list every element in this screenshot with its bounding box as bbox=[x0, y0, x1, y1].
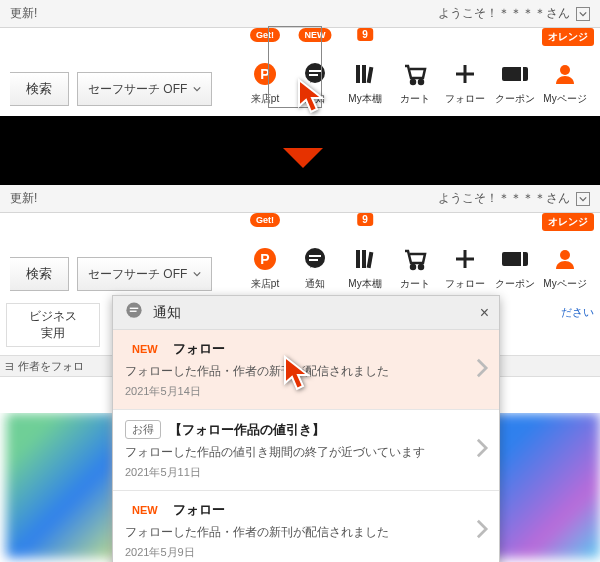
notif-body: フォローした作品・作者の新刊が配信されました bbox=[125, 523, 487, 541]
speech-icon bbox=[300, 245, 330, 273]
svg-text:P: P bbox=[260, 66, 269, 82]
nav-label: カート bbox=[400, 277, 430, 291]
svg-rect-3 bbox=[309, 70, 321, 72]
svg-point-15 bbox=[305, 248, 325, 268]
notification-item[interactable]: お得 【フォロー作品の値引き】 フォローした作品の値引き期間の終了が近づいていま… bbox=[113, 410, 499, 491]
book-thumb[interactable] bbox=[491, 413, 600, 558]
point-icon: P bbox=[250, 245, 280, 273]
nav-coupon[interactable]: クーポン bbox=[490, 219, 540, 291]
link-fragment[interactable]: ださい bbox=[561, 305, 594, 320]
new-tag: NEW bbox=[125, 341, 165, 357]
nav-label: フォロー bbox=[445, 277, 485, 291]
welcome-bar: 更新! ようこそ！＊＊＊＊さん bbox=[0, 185, 600, 213]
bookshelf-icon bbox=[350, 60, 380, 88]
chevron-right-icon bbox=[475, 437, 489, 463]
category-line2: 実用 bbox=[41, 325, 65, 342]
svg-rect-19 bbox=[362, 250, 366, 268]
nav: Get! P 来店pt 通知 9 My本棚 カート フォロー bbox=[240, 219, 590, 291]
nav-shelf[interactable]: 9 My本棚 bbox=[340, 219, 390, 291]
svg-point-22 bbox=[419, 265, 423, 269]
nav-coupon[interactable]: クーポン bbox=[490, 34, 540, 106]
nav-cart[interactable]: カート bbox=[390, 34, 440, 106]
nav-mypage[interactable]: オレンジ Myページ bbox=[540, 219, 590, 291]
notification-popover: 通知 × NEW フォロー フォローした作品・作者の新刊が配信されました 202… bbox=[112, 295, 500, 562]
person-icon bbox=[550, 245, 580, 273]
get-pill: Get! bbox=[250, 213, 280, 227]
nav-label: My本棚 bbox=[348, 277, 381, 291]
nav-visit[interactable]: Get! P 来店pt bbox=[240, 219, 290, 291]
arrow-down-icon bbox=[283, 148, 323, 168]
svg-rect-28 bbox=[130, 310, 137, 311]
popover-title: 通知 bbox=[153, 304, 181, 322]
nav-label: フォロー bbox=[445, 92, 485, 106]
svg-point-12 bbox=[560, 65, 570, 75]
nav-follow[interactable]: フォロー bbox=[440, 34, 490, 106]
new-pill: NEW bbox=[299, 28, 332, 42]
chevron-right-icon bbox=[475, 357, 489, 383]
notif-date: 2021年5月9日 bbox=[125, 545, 487, 560]
speech-icon bbox=[123, 300, 145, 326]
nav-follow[interactable]: フォロー bbox=[440, 219, 490, 291]
svg-rect-23 bbox=[502, 252, 528, 266]
person-icon bbox=[550, 60, 580, 88]
stripe-text: ヨ 作者をフォロ bbox=[4, 359, 84, 374]
notif-title: 【フォロー作品の値引き】 bbox=[169, 421, 325, 439]
chevron-down-icon[interactable] bbox=[576, 192, 590, 206]
badge-count: 9 bbox=[357, 213, 373, 226]
book-thumb[interactable] bbox=[6, 413, 115, 558]
sidebar-category[interactable]: ビジネス 実用 bbox=[6, 303, 100, 347]
nav-label: Myページ bbox=[543, 277, 586, 291]
nav-mypage[interactable]: オレンジ Myページ bbox=[540, 34, 590, 106]
notification-item[interactable]: NEW フォロー フォローした作品・作者の新刊が配信されました 2021年5月9… bbox=[113, 491, 499, 562]
search-button[interactable]: 検索 bbox=[10, 72, 69, 106]
safe-search-select[interactable]: セーフサーチ OFF bbox=[77, 257, 212, 291]
chevron-down-icon bbox=[193, 270, 201, 278]
badge-count: 9 bbox=[357, 28, 373, 41]
category-line1: ビジネス bbox=[29, 308, 77, 325]
nav-visit[interactable]: Get! P 来店pt bbox=[240, 34, 290, 106]
orange-tag: オレンジ bbox=[542, 213, 594, 231]
nav-label: 来店pt bbox=[251, 277, 279, 291]
svg-point-21 bbox=[411, 265, 415, 269]
svg-rect-18 bbox=[356, 250, 360, 268]
notif-title: フォロー bbox=[173, 501, 225, 519]
cursor-icon bbox=[296, 78, 330, 118]
cart-icon bbox=[400, 245, 430, 273]
svg-rect-4 bbox=[309, 74, 318, 76]
cursor-icon bbox=[282, 355, 316, 395]
chevron-right-icon bbox=[475, 518, 489, 544]
welcome-text: ようこそ！＊＊＊＊さん bbox=[438, 190, 570, 207]
plus-icon bbox=[450, 60, 480, 88]
svg-rect-11 bbox=[521, 67, 523, 81]
welcome-text: ようこそ！＊＊＊＊さん bbox=[438, 5, 570, 22]
update-label: 更新! bbox=[10, 190, 37, 207]
notif-title: フォロー bbox=[173, 340, 225, 358]
welcome-bar: 更新! ようこそ！＊＊＊＊さん bbox=[0, 0, 600, 28]
nav-label: カート bbox=[400, 92, 430, 106]
svg-rect-17 bbox=[309, 259, 318, 261]
plus-icon bbox=[450, 245, 480, 273]
chevron-down-icon bbox=[193, 85, 201, 93]
chevron-down-icon[interactable] bbox=[576, 7, 590, 21]
close-icon[interactable]: × bbox=[480, 304, 489, 322]
toolbar: 検索 セーフサーチ OFF Get! P 来店pt 通知 9 My本棚 カート bbox=[0, 213, 600, 301]
svg-rect-7 bbox=[367, 67, 374, 83]
nav-label: クーポン bbox=[495, 277, 535, 291]
safe-search-select[interactable]: セーフサーチ OFF bbox=[77, 72, 212, 106]
new-tag: NEW bbox=[125, 502, 165, 518]
coupon-icon bbox=[500, 60, 530, 88]
svg-point-9 bbox=[419, 80, 423, 84]
svg-text:P: P bbox=[260, 251, 269, 267]
svg-rect-24 bbox=[521, 252, 523, 266]
search-button[interactable]: 検索 bbox=[10, 257, 69, 291]
get-pill: Get! bbox=[250, 28, 280, 42]
svg-rect-27 bbox=[130, 307, 138, 308]
nav-shelf[interactable]: 9 My本棚 bbox=[340, 34, 390, 106]
orange-tag: オレンジ bbox=[542, 28, 594, 46]
nav-label: Myページ bbox=[543, 92, 586, 106]
popover-header: 通知 × bbox=[113, 296, 499, 330]
nav-cart[interactable]: カート bbox=[390, 219, 440, 291]
nav-label: 通知 bbox=[305, 277, 325, 291]
nav-notify[interactable]: 通知 bbox=[290, 219, 340, 291]
deal-tag: お得 bbox=[125, 420, 161, 439]
